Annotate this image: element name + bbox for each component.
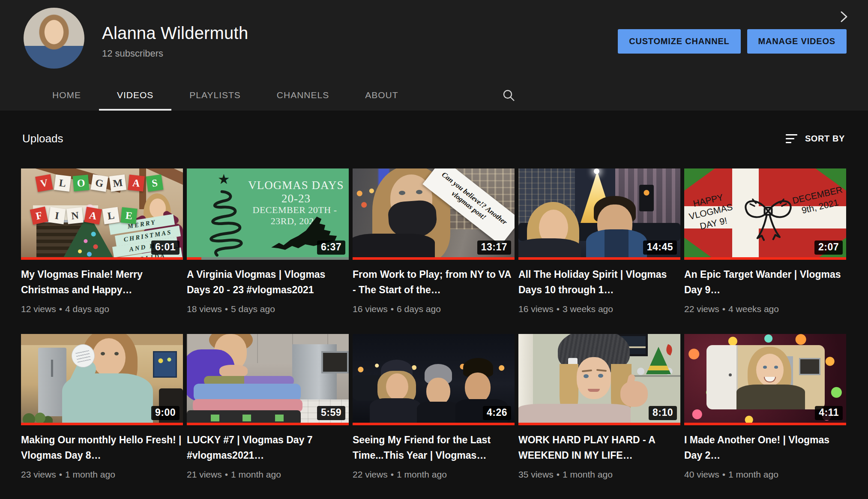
upload-age: 4 weeks ago <box>728 304 779 314</box>
view-count: 22 views <box>684 304 719 314</box>
person-eye-art <box>399 191 405 195</box>
tab-about[interactable]: ABOUT <box>347 80 416 111</box>
watch-progress-track <box>518 423 680 425</box>
duration-badge: 8:10 <box>649 406 677 420</box>
tab-home[interactable]: HOME <box>34 80 99 111</box>
video-title[interactable]: All The Holiday Spirit | Vlogmas Days 10… <box>518 267 680 298</box>
video-card: 4:11 I Made Another One! | Vlogmas Day 2… <box>684 334 846 480</box>
person-hoodie-art <box>586 229 647 260</box>
tabs-scroll-right-chevron[interactable] <box>840 10 848 25</box>
channel-tabs: HOME VIDEOS PLAYLISTS CHANNELS ABOUT <box>34 80 868 111</box>
video-thumbnail[interactable]: 5:59 <box>187 334 349 425</box>
video-thumbnail[interactable]: HAPPY VLOGMAS DAY 9! DECEMBER 9th, 2021 … <box>684 168 846 260</box>
duration-badge: 4:26 <box>483 406 511 420</box>
watch-progress-bar <box>518 257 680 260</box>
duration-badge: 13:17 <box>477 240 511 255</box>
video-title[interactable]: Making Our monthly Hello Fresh! | Vlogma… <box>21 432 183 463</box>
tab-channels[interactable]: CHANNELS <box>259 80 347 111</box>
microwave-art <box>321 351 349 373</box>
tab-videos[interactable]: VIDEOS <box>99 80 171 111</box>
tab-playlists[interactable]: PLAYLISTS <box>171 80 259 111</box>
customize-channel-button[interactable]: CUSTOMIZE CHANNEL <box>618 29 740 54</box>
header-buttons: CUSTOMIZE CHANNEL MANAGE VIDEOS <box>618 29 847 54</box>
video-title[interactable]: From Work to Play; from NY to VA - The S… <box>353 267 515 298</box>
video-title[interactable]: My Vlogmas Finale! Merry Christmas and H… <box>21 267 183 298</box>
duration-badge: 5:59 <box>317 406 345 420</box>
channel-name: Alanna Wildermuth <box>102 24 248 43</box>
meta-separator: • <box>557 304 560 314</box>
video-card: ★ VLOGMAS DAYS 20-23 DECEMBER 20TH - 23R… <box>187 168 349 314</box>
video-meta: 16 views•6 days ago <box>353 304 515 314</box>
watch-progress-bar <box>353 257 515 260</box>
duration-badge: 2:07 <box>814 240 843 255</box>
watch-progress-track <box>353 423 515 425</box>
sort-filter-icon <box>786 134 797 143</box>
channel-search-icon[interactable] <box>502 80 515 111</box>
duration-badge: 9:00 <box>151 406 180 420</box>
sort-by-button[interactable]: SORT BY <box>786 134 845 144</box>
upload-age: 5 days ago <box>231 304 275 314</box>
manage-videos-button[interactable]: MANAGE VIDEOS <box>747 29 847 54</box>
view-count: 23 views <box>21 469 56 479</box>
video-card: 8:10 WORK HARD PLAY HARD - A WEEKEND IN … <box>518 334 680 480</box>
watch-progress-bar <box>187 423 349 425</box>
video-thumbnail[interactable]: 8:10 <box>518 334 680 425</box>
video-meta: 23 views•1 month ago <box>21 469 183 480</box>
video-thumbnail[interactable]: 4:11 <box>684 334 846 425</box>
view-count: 18 views <box>187 304 222 314</box>
towel-stack-art <box>194 384 301 401</box>
video-thumbnail[interactable]: 14:45 <box>518 168 680 260</box>
video-thumbnail[interactable]: 9:00 <box>21 334 183 425</box>
view-count: 40 views <box>684 469 719 479</box>
video-thumbnail[interactable]: ★ VLOGMAS DAYS 20-23 DECEMBER 20TH - 23R… <box>187 168 349 260</box>
video-thumbnail[interactable]: 4:26 <box>353 334 515 425</box>
upload-age: 3 weeks ago <box>563 304 613 314</box>
shelf-art <box>632 375 680 377</box>
view-count: 16 views <box>353 304 388 314</box>
person-coat-art <box>353 234 435 260</box>
person-coat-art <box>417 402 460 425</box>
channel-avatar <box>24 8 84 69</box>
duration-badge: 6:01 <box>151 240 180 255</box>
meta-separator: • <box>391 304 394 314</box>
elf-hat-feather-art <box>664 344 674 356</box>
video-card: 14:45 All The Holiday Spirit | Vlogmas D… <box>518 168 680 314</box>
video-thumbnail[interactable]: Can you believe!? Another vlogmas post! … <box>353 168 515 260</box>
person-face-art <box>577 357 611 399</box>
person-coat-art <box>518 238 581 260</box>
person-eye-art <box>763 366 767 369</box>
person-face-art <box>426 378 450 405</box>
video-card: 9:00 Making Our monthly Hello Fresh! | V… <box>21 334 183 480</box>
video-meta: 18 views•5 days ago <box>187 304 349 314</box>
meta-separator: • <box>59 469 62 479</box>
video-card: 4:26 Seeing My Friend for the Last Time.… <box>353 334 515 480</box>
webcam-frame-art <box>706 345 825 409</box>
video-title[interactable]: LUCKY #7 | Vlogmas Day 7 #vlogmas2021… <box>187 432 349 463</box>
bow-doodle-art <box>732 179 804 251</box>
video-title[interactable]: Seeing My Friend for the Last Time...Thi… <box>353 432 515 463</box>
video-title[interactable]: A Virginia Vlogmas | Vlogmas Days 20 - 2… <box>187 267 349 298</box>
video-meta: 40 views•1 month ago <box>684 469 846 480</box>
video-thumbnail[interactable]: VLOGMAS FINALE MERRY CHRISTMAS AND HA HO… <box>21 168 183 260</box>
person-sweater-art <box>736 385 805 409</box>
video-grid: VLOGMAS FINALE MERRY CHRISTMAS AND HA HO… <box>21 168 847 480</box>
view-count: 21 views <box>187 469 222 479</box>
video-title[interactable]: An Epic Target Wander | Vlogmas Day 9… <box>684 267 846 298</box>
upload-age: 1 month ago <box>397 469 447 479</box>
meta-separator: • <box>59 304 62 314</box>
video-meta: 21 views•1 month ago <box>187 469 349 480</box>
subscriber-count: 12 subscribers <box>102 48 163 59</box>
video-title[interactable]: I Made Another One! | Vlogmas Day 2… <box>684 432 846 463</box>
video-title[interactable]: WORK HARD PLAY HARD - A WEEKEND IN MY LI… <box>518 432 680 463</box>
tree-star-art <box>594 168 599 174</box>
upload-age: 1 month ago <box>65 469 115 479</box>
person-eye-art <box>416 190 422 194</box>
video-meta: 22 views•4 weeks ago <box>684 304 846 314</box>
view-count: 12 views <box>21 304 56 314</box>
view-count: 35 views <box>518 469 554 479</box>
meta-separator: • <box>225 304 228 314</box>
video-card: Can you believe!? Another vlogmas post! … <box>353 168 515 314</box>
meta-separator: • <box>225 469 228 479</box>
video-card: HAPPY VLOGMAS DAY 9! DECEMBER 9th, 2021 … <box>684 168 846 314</box>
person-face-art <box>92 338 126 377</box>
